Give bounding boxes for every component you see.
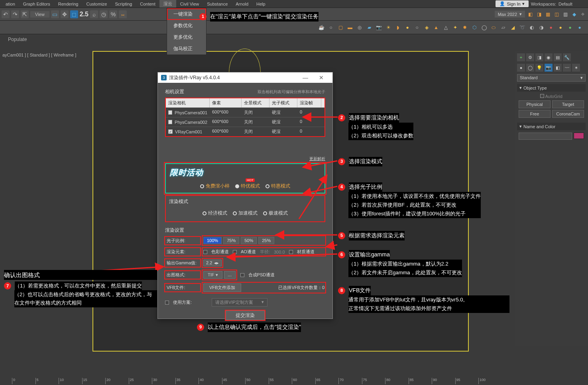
mode-special[interactable]: 特惠模式	[265, 183, 290, 190]
ratio-50[interactable]: 50%	[241, 237, 257, 244]
pyramid-icon[interactable]: ▲	[433, 24, 440, 31]
version-selector[interactable]: Max 2022 ▾	[495, 11, 525, 18]
submit-render-button[interactable]: 提交渲染	[226, 311, 265, 320]
snap-icon[interactable]: ⌕	[90, 10, 98, 18]
name-color-rollout[interactable]: ▾Name and Color	[517, 123, 586, 130]
undo-icon[interactable]: ↶	[2, 10, 10, 18]
ratio-75[interactable]: 75%	[223, 237, 239, 244]
menu-param-optimize[interactable]: 参数优化	[167, 20, 206, 31]
close-button[interactable]: ✕	[313, 74, 329, 81]
sun-icon[interactable]: ☀	[385, 24, 392, 31]
menu-content[interactable]: Content	[136, 1, 159, 7]
btn-free[interactable]: Free	[519, 110, 551, 118]
camera-checkbox[interactable]	[168, 120, 172, 124]
time-ruler[interactable]: 0510152025303540455055606570758085909510…	[0, 378, 512, 384]
minimize-button[interactable]: —	[297, 74, 313, 81]
camera-checkbox[interactable]: ✓	[168, 129, 173, 134]
menu-graph-editors[interactable]: Graph Editors	[19, 1, 54, 7]
tube-icon[interactable]: ◎	[356, 24, 363, 31]
motion-tab[interactable]: ◉	[545, 53, 553, 61]
object-color-swatch[interactable]	[574, 133, 584, 139]
dot3-icon[interactable]: ●	[566, 24, 574, 31]
menu-gamma-correct[interactable]: 伽马校正	[167, 43, 206, 55]
hex-icon[interactable]: ⬡	[471, 24, 478, 31]
menu-help[interactable]: Help	[252, 1, 269, 7]
btn-target[interactable]: Target	[552, 100, 584, 108]
refresh-parse-link[interactable]: 更新解析	[165, 156, 325, 162]
dome-icon[interactable]: ◗	[394, 24, 401, 31]
modify-tab[interactable]: ⚙	[526, 53, 534, 61]
format-browse[interactable]: …	[224, 271, 236, 279]
link-icon[interactable]: ⇱	[21, 10, 29, 18]
systems-icon[interactable]: ✶	[572, 64, 580, 72]
chk-ao[interactable]	[233, 250, 237, 254]
angle-icon[interactable]: ◷	[100, 10, 108, 18]
misc1-icon[interactable]: ◐	[528, 24, 535, 31]
autogrid-checkbox[interactable]	[540, 94, 544, 98]
btn-coronacam[interactable]: CoronaCam	[552, 110, 584, 118]
t2-icon[interactable]: ◨	[535, 11, 543, 18]
mirror-icon[interactable]: ⟗	[119, 10, 127, 18]
percent-icon[interactable]: %	[109, 10, 117, 18]
menu-scripting[interactable]: Scripting	[111, 1, 136, 7]
menu-arnold[interactable]: Arnold	[232, 1, 252, 7]
mode-accel[interactable]: 加速模式	[233, 210, 258, 217]
table-row[interactable]: PhysCamera001600*600关闭硬渲0	[166, 107, 324, 117]
cameras-icon[interactable]: 📷	[545, 64, 553, 72]
lights-icon[interactable]: 💡	[535, 64, 543, 72]
teapot-icon[interactable]: ☕	[318, 24, 325, 31]
space-icon[interactable]: 〰	[563, 64, 571, 72]
sphere-icon[interactable]: ○	[413, 24, 421, 31]
spiral-icon[interactable]: ➰	[519, 24, 526, 31]
camera-checkbox[interactable]	[168, 110, 172, 115]
hierarchy-tab[interactable]: ◨	[535, 53, 543, 61]
torus-icon[interactable]: ○	[327, 24, 334, 31]
menu-customize[interactable]: Customize	[83, 1, 111, 7]
mode-free-sample[interactable]: 免费渲小样	[200, 183, 230, 190]
plane-icon[interactable]: ▰	[366, 24, 373, 31]
ratio-100[interactable]: 100%	[203, 237, 222, 244]
redo-icon[interactable]: ↷	[11, 10, 19, 18]
mode-economy[interactable]: 经济模式	[203, 210, 227, 217]
menu-xuanyun[interactable]: 渲云	[159, 0, 176, 8]
t3-icon[interactable]: ▦	[544, 11, 551, 18]
cone-icon[interactable]: △	[442, 24, 449, 31]
format-select[interactable]: TIF ▾	[203, 271, 222, 279]
misc2-icon[interactable]: ◑	[538, 24, 545, 31]
chk-color[interactable]	[203, 250, 207, 254]
light-icon[interactable]: ●	[404, 24, 411, 31]
helpers-icon[interactable]: ◧	[554, 64, 562, 72]
geometry-icon[interactable]: ●	[517, 64, 525, 72]
chk-psd[interactable]	[240, 273, 244, 277]
menu-civil-view[interactable]: Civil View	[176, 1, 203, 7]
ratio-25[interactable]: 25%	[258, 237, 274, 244]
t7-icon[interactable]: ✧	[579, 11, 586, 18]
dialog-titlebar[interactable]: 3 渲染插件-VRay v5.4.0.4 — ✕	[158, 72, 332, 83]
utility-tab[interactable]: 🔧	[563, 53, 571, 61]
table-row[interactable]: PhysCamera002600*600关闭硬渲0	[166, 117, 324, 127]
gear-icon[interactable]: ✹	[461, 24, 468, 31]
geo-icon[interactable]: ◈	[423, 24, 430, 31]
vfb-add-button[interactable]: VFB文件添加	[203, 283, 241, 292]
box-icon[interactable]: ▢	[337, 24, 344, 31]
scheme-select[interactable]: 请选择VIP定制方案▾	[212, 298, 267, 307]
view-selector[interactable]: View	[30, 11, 49, 18]
t1-icon[interactable]: ◧	[527, 11, 534, 18]
chk-scheme[interactable]	[165, 301, 169, 305]
menu-more-optimize[interactable]: 更多优化	[167, 31, 206, 43]
cyl-icon[interactable]: ▬	[346, 24, 354, 31]
create-tab[interactable]: +	[517, 53, 525, 61]
t6-icon[interactable]: ◆	[570, 11, 578, 18]
t4-icon[interactable]: ◫	[553, 11, 560, 18]
btn-physical[interactable]: Physical	[519, 100, 551, 108]
display-tab[interactable]: ▤	[554, 53, 562, 61]
dot2-icon[interactable]: ●	[557, 24, 564, 31]
sign-in-button[interactable]: 👤 Sign In ▾	[496, 0, 528, 7]
chk-mat[interactable]	[289, 250, 293, 254]
mode-extreme[interactable]: 极速模式	[263, 210, 288, 217]
dot4-icon[interactable]: ●	[576, 24, 583, 31]
prism-icon[interactable]: ▱	[500, 24, 507, 31]
mode-premium[interactable]: 特优模式	[235, 183, 260, 190]
workspaces-value[interactable]: Default	[559, 2, 586, 6]
object-type-rollout[interactable]: ▾Object Type	[517, 84, 586, 92]
